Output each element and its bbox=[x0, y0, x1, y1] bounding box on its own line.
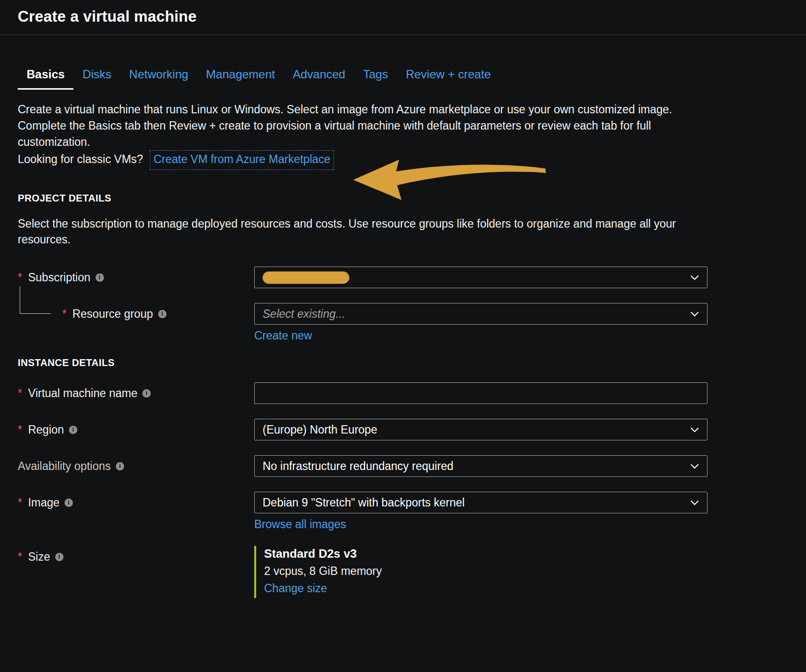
info-icon[interactable]: i bbox=[158, 310, 167, 318]
info-icon[interactable]: i bbox=[96, 273, 104, 282]
chevron-down-icon bbox=[690, 500, 699, 505]
vm-name-input[interactable] bbox=[254, 382, 707, 404]
intro-text: Create a virtual machine that runs Linux… bbox=[18, 101, 712, 170]
required-asterisk: * bbox=[18, 387, 22, 400]
tab-networking[interactable]: Networking bbox=[120, 63, 197, 90]
availability-select[interactable]: No infrastructure redundancy required bbox=[254, 455, 707, 477]
create-new-link[interactable]: Create new bbox=[254, 329, 312, 342]
vm-name-label: * Virtual machine name i bbox=[18, 382, 254, 404]
chevron-down-icon bbox=[690, 275, 699, 280]
required-asterisk: * bbox=[18, 496, 22, 509]
chevron-down-icon bbox=[690, 311, 699, 317]
size-summary: Standard D2s v3 2 vcpus, 8 GiB memory Ch… bbox=[254, 546, 707, 598]
project-details-heading: PROJECT DETAILS bbox=[18, 193, 788, 204]
region-label: * Region i bbox=[18, 419, 254, 440]
basics-form: * Subscription i * Resource group i bbox=[18, 267, 806, 598]
subscription-group: * Subscription i * Resource group i bbox=[18, 267, 806, 342]
info-icon[interactable]: i bbox=[142, 389, 151, 398]
tab-advanced[interactable]: Advanced bbox=[284, 63, 354, 90]
info-icon[interactable]: i bbox=[69, 426, 77, 434]
intro-line-1: Create a virtual machine that runs Linux… bbox=[18, 101, 712, 118]
resource-group-placeholder: Select existing... bbox=[263, 307, 345, 321]
availability-value: No infrastructure redundancy required bbox=[263, 460, 453, 473]
image-select[interactable]: Debian 9 "Stretch" with backports kernel bbox=[254, 492, 707, 513]
image-row: * Image i Debian 9 "Stretch" with backpo… bbox=[18, 492, 806, 531]
info-icon[interactable]: i bbox=[55, 553, 64, 561]
region-row: * Region i (Europe) North Europe bbox=[18, 419, 806, 440]
size-row: * Size i Standard D2s v3 2 vcpus, 8 GiB … bbox=[18, 546, 806, 598]
page-title: Create a virtual machine bbox=[18, 8, 788, 26]
browse-all-images-link[interactable]: Browse all images bbox=[254, 518, 346, 531]
availability-row: Availability options i No infrastructure… bbox=[18, 455, 806, 477]
tab-basics[interactable]: Basics bbox=[18, 63, 73, 90]
required-asterisk: * bbox=[62, 307, 67, 321]
tab-management[interactable]: Management bbox=[197, 63, 284, 90]
intro-line-2: Complete the Basics tab then Review + cr… bbox=[18, 118, 712, 150]
info-icon[interactable]: i bbox=[116, 462, 124, 470]
subscription-redaction bbox=[263, 271, 349, 284]
image-value: Debian 9 "Stretch" with backports kernel bbox=[263, 496, 465, 509]
subscription-select[interactable] bbox=[254, 267, 707, 288]
tab-bar: Basics Disks Networking Management Advan… bbox=[18, 63, 806, 90]
availability-label: Availability options i bbox=[18, 455, 254, 477]
tab-disks[interactable]: Disks bbox=[73, 63, 120, 90]
tab-tags[interactable]: Tags bbox=[354, 63, 397, 90]
chevron-down-icon bbox=[690, 427, 699, 433]
classic-vm-question: Looking for classic VMs? bbox=[18, 151, 143, 168]
subscription-label: * Subscription i bbox=[18, 267, 254, 288]
resource-group-select[interactable]: Select existing... bbox=[254, 303, 707, 325]
size-specs: 2 vcpus, 8 GiB memory bbox=[264, 565, 707, 578]
image-label: * Image i bbox=[18, 492, 254, 513]
resource-group-row: * Resource group i Select existing... Cr… bbox=[18, 303, 806, 342]
resource-group-label: * Resource group i bbox=[18, 303, 254, 325]
size-label: * Size i bbox=[18, 546, 254, 568]
page-header: Create a virtual machine bbox=[0, 0, 806, 35]
region-select[interactable]: (Europe) North Europe bbox=[254, 419, 707, 440]
info-icon[interactable]: i bbox=[65, 499, 73, 507]
chevron-down-icon bbox=[690, 464, 699, 469]
instance-details-heading: INSTANCE DETAILS bbox=[18, 357, 788, 369]
required-asterisk: * bbox=[18, 550, 22, 564]
subscription-row: * Subscription i bbox=[18, 267, 806, 288]
project-details-description: Select the subscription to manage deploy… bbox=[18, 216, 712, 248]
classic-vm-row: Looking for classic VMs? Create VM from … bbox=[18, 150, 712, 170]
region-value: (Europe) North Europe bbox=[263, 423, 377, 437]
tab-review-create[interactable]: Review + create bbox=[397, 63, 500, 90]
required-asterisk: * bbox=[18, 423, 22, 437]
required-asterisk: * bbox=[18, 271, 22, 284]
subscription-resource-connector bbox=[20, 286, 51, 314]
size-name: Standard D2s v3 bbox=[264, 547, 707, 561]
create-vm-marketplace-link[interactable]: Create VM from Azure Marketplace bbox=[150, 150, 334, 170]
vm-name-row: * Virtual machine name i bbox=[18, 382, 806, 404]
change-size-link[interactable]: Change size bbox=[264, 582, 327, 595]
